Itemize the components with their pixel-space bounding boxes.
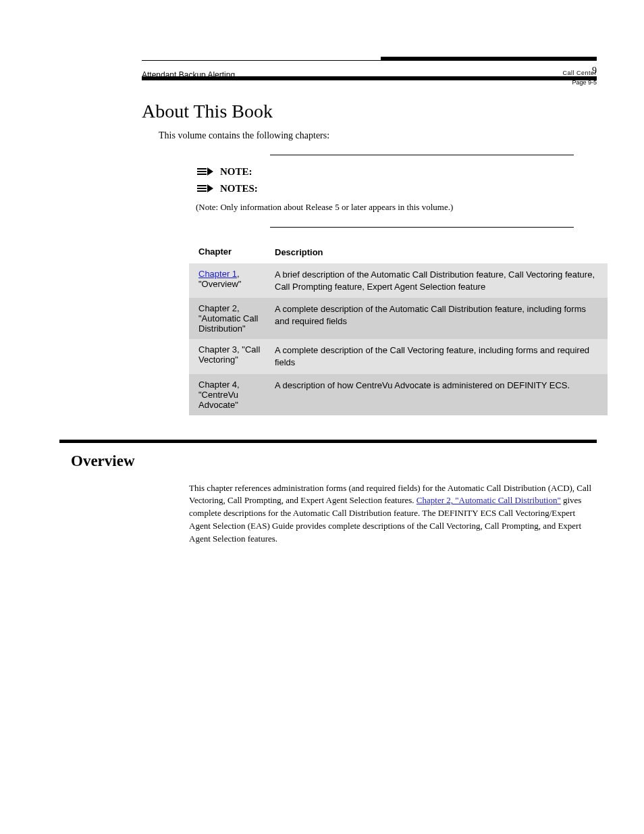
divider-short-1 [270, 155, 574, 155]
intro-text: This volume contains the following chapt… [159, 129, 597, 142]
chapter-desc: A brief description of the Automatic Cal… [267, 263, 608, 298]
note-row-1: NOTE: [196, 165, 597, 179]
chapter-rest: Chapter 2, "Automatic Call Distribution" [198, 303, 258, 334]
header-accent-bar [381, 57, 597, 61]
table-row: Chapter 2, "Automatic Call Distribution"… [189, 298, 608, 339]
svg-marker-3 [207, 167, 213, 176]
table-row: Chapter 4, "CentreVu Advocate" A descrip… [189, 374, 608, 415]
page-header: Attendant Backup Alerting Call Center Pa… [142, 47, 597, 76]
note-arrow-icon [196, 183, 215, 194]
chapter-desc: A complete description of the Call Vecto… [267, 339, 608, 373]
table-row: Chapter 1, "Overview" A brief descriptio… [189, 263, 608, 298]
doc-title: Attendant Backup Alerting [142, 69, 235, 81]
note-row-2: NOTES: [196, 182, 597, 196]
note-label-2: NOTES: [220, 182, 258, 196]
section-title-overview: Overview [71, 452, 597, 470]
chapter-rest: Chapter 4, "CentreVu Advocate" [198, 380, 240, 410]
header-rule [142, 47, 597, 61]
header-page: Page 9-5 [562, 78, 597, 88]
chapter-desc: A description of how CentreVu Advocate i… [267, 374, 608, 415]
chapter-rest: Chapter 3, "Call Vectoring" [198, 344, 260, 365]
note-label-1: NOTE: [220, 165, 252, 179]
section-title-about: About This Book [142, 101, 597, 122]
note-arrow-icon [196, 166, 215, 177]
svg-marker-7 [207, 184, 213, 192]
th-chapter: Chapter [189, 241, 267, 264]
chapters-table: Chapter Description Chapter 1, "Overview… [189, 241, 608, 415]
th-description: Description [267, 241, 608, 264]
divider-heavy-2 [59, 440, 597, 443]
divider-short-2 [270, 227, 574, 228]
chapter-link[interactable]: Chapter 1 [198, 269, 237, 279]
overview-paragraph: This chapter references administration f… [189, 482, 597, 546]
overview-inline-link[interactable]: Chapter 2, "Automatic Call Distribution" [417, 495, 561, 505]
table-row: Chapter 3, "Call Vectoring" A complete d… [189, 339, 608, 373]
note-explanation: (Note: Only information about Release 5 … [196, 201, 597, 213]
chapter-desc: A complete description of the Automatic … [267, 298, 608, 339]
